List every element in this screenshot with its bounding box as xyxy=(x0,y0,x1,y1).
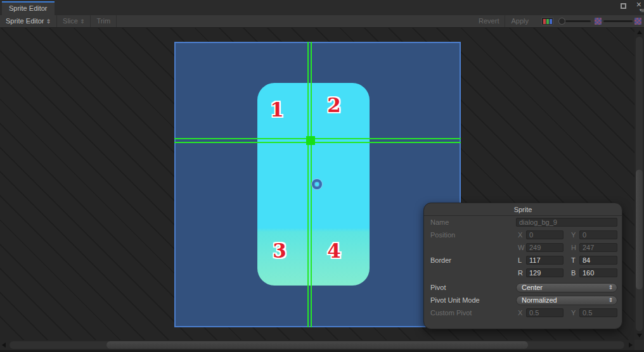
custom-pivot-x-label: X xyxy=(518,309,526,317)
zoom-slider-knob[interactable] xyxy=(558,18,565,25)
scroll-right-arrow-icon[interactable] xyxy=(629,343,633,348)
name-label: Name xyxy=(430,218,516,226)
pivot-row: Pivot Center⇕ xyxy=(424,281,622,294)
updown-caret-icon: ⇕ xyxy=(608,284,613,292)
vertical-scrollbar-thumb[interactable] xyxy=(636,170,643,289)
updown-caret-icon: ⇕ xyxy=(80,18,85,25)
name-input xyxy=(516,218,617,227)
y-label: Y xyxy=(571,231,579,239)
maximize-icon[interactable] xyxy=(621,3,626,9)
custom-pivot-x-input xyxy=(526,308,564,317)
b-label: B xyxy=(571,269,579,277)
sprite-panel: Sprite Name Position X Y W xyxy=(423,203,622,329)
t-label: T xyxy=(571,256,579,264)
titlebar: Sprite Editor × ▾≡ xyxy=(0,0,644,15)
hamburger-icon: ≡ xyxy=(641,7,644,14)
zoom-slider-track[interactable] xyxy=(562,20,591,22)
border-lt-row: Border L T xyxy=(424,254,622,267)
toolbar-right-group: Revert Apply xyxy=(473,15,644,27)
border-label: Border xyxy=(430,256,518,264)
scroll-up-arrow-icon[interactable] xyxy=(637,30,642,34)
mip-level-small-icon xyxy=(595,18,602,25)
border-guide-bottom[interactable] xyxy=(174,142,461,143)
border-left-input[interactable] xyxy=(526,256,564,265)
sprite-editor-window: Sprite Editor × ▾≡ Sprite Editor⇕ Slice⇕… xyxy=(0,0,644,352)
width-input xyxy=(526,243,564,252)
custom-pivot-y-input xyxy=(579,308,617,317)
scroll-down-arrow-icon[interactable] xyxy=(637,334,642,337)
border-rb-row: R B xyxy=(424,267,622,279)
position-y-input xyxy=(579,230,617,239)
pivot-marker[interactable] xyxy=(312,179,322,189)
apply-button: Apply xyxy=(505,15,534,27)
quadrant-label-4: 4 xyxy=(327,239,341,262)
r-label: R xyxy=(518,269,526,277)
position-row: Position X Y xyxy=(424,229,622,241)
trim-button: Trim xyxy=(91,15,117,27)
panel-title: Sprite xyxy=(424,204,622,216)
quadrant-label-1: 1 xyxy=(270,98,284,121)
horizontal-scrollbar-thumb[interactable] xyxy=(106,341,528,349)
x-label: X xyxy=(518,231,526,239)
quadrant-label-3: 3 xyxy=(273,239,287,262)
custom-pivot-label: Custom Pivot xyxy=(430,309,518,317)
blue-channel-icon xyxy=(550,19,552,24)
pivot-label: Pivot xyxy=(430,284,516,291)
updown-caret-icon: ⇕ xyxy=(46,18,51,25)
green-channel-icon xyxy=(546,19,549,24)
border-right-input[interactable] xyxy=(526,268,564,277)
custom-pivot-y-label: Y xyxy=(571,309,579,317)
horizontal-scrollbar[interactable] xyxy=(0,340,634,350)
tab-sprite-editor[interactable]: Sprite Editor xyxy=(2,1,55,15)
scrollbar-corner xyxy=(634,340,644,350)
slice-dropdown: Slice⇕ xyxy=(57,15,91,27)
vertical-scrollbar[interactable] xyxy=(634,28,644,340)
border-guide-top[interactable] xyxy=(174,138,461,139)
pane-menu-button[interactable]: ▾≡ xyxy=(640,7,644,14)
border-corner-handle[interactable] xyxy=(306,136,315,145)
h-label: H xyxy=(571,244,579,251)
border-guide-left[interactable] xyxy=(307,42,309,327)
rgb-channels-button[interactable] xyxy=(541,17,553,25)
pivot-unit-mode-row: Pivot Unit Mode Normalized⇕ xyxy=(424,294,622,306)
name-row: Name xyxy=(424,216,622,229)
pivot-dropdown[interactable]: Center⇕ xyxy=(516,283,617,292)
toolbar: Sprite Editor⇕ Slice⇕ Trim Revert Apply xyxy=(0,15,644,28)
w-label: W xyxy=(518,244,526,251)
height-input xyxy=(579,243,617,252)
pivot-unit-mode-dropdown[interactable]: Normalized⇕ xyxy=(516,296,617,305)
border-top-input[interactable] xyxy=(579,256,617,265)
l-label: L xyxy=(518,256,526,264)
red-channel-icon xyxy=(543,19,546,24)
size-row: W H xyxy=(424,241,622,254)
mip-level-large-icon xyxy=(634,18,641,25)
quadrant-label-2: 2 xyxy=(327,94,341,116)
sprite-editor-mode-dropdown[interactable]: Sprite Editor⇕ xyxy=(0,15,57,27)
position-x-input xyxy=(526,230,564,239)
position-label: Position xyxy=(430,231,518,239)
scroll-left-arrow-icon[interactable] xyxy=(2,343,6,348)
updown-caret-icon: ⇕ xyxy=(608,296,613,305)
pivot-unit-mode-label: Pivot Unit Mode xyxy=(430,296,516,304)
revert-button: Revert xyxy=(473,15,505,27)
custom-pivot-row: Custom Pivot X Y xyxy=(424,306,622,319)
border-bottom-input[interactable] xyxy=(579,268,617,277)
mip-slider-track[interactable] xyxy=(603,20,633,22)
sprite-canvas[interactable]: 1 2 3 4 Sprite Name Position X xyxy=(0,28,634,340)
toolbar-left-group: Sprite Editor⇕ Slice⇕ Trim xyxy=(0,15,117,27)
